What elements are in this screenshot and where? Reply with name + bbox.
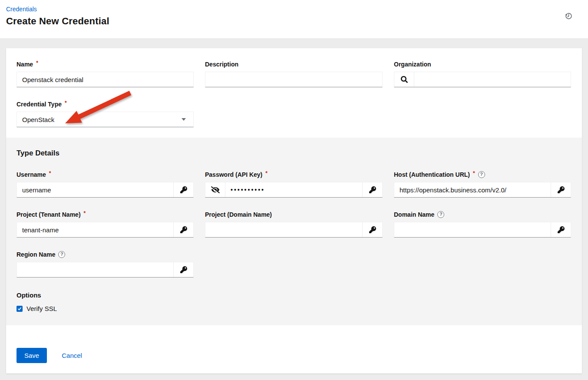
credential-type-select[interactable]: OpenStack	[17, 112, 194, 127]
project-tenant-label: Project (Tenant Name) *	[17, 211, 194, 218]
password-field: Password (API Key) *	[205, 171, 383, 198]
required-asterisk: *	[65, 100, 67, 106]
organization-field: Organization	[394, 60, 571, 87]
host-field: Host (Authentication URL) * ?	[394, 171, 571, 198]
required-asterisk: *	[49, 171, 51, 176]
search-icon	[401, 76, 408, 83]
password-visibility-toggle[interactable]	[205, 182, 225, 197]
username-key-button[interactable]	[173, 182, 193, 197]
help-icon[interactable]: ?	[437, 211, 444, 218]
cancel-button[interactable]: Cancel	[62, 352, 82, 359]
history-icon	[564, 11, 573, 20]
project-tenant-field: Project (Tenant Name) *	[17, 211, 194, 238]
project-domain-field: Project (Domain Name)	[205, 211, 383, 238]
username-input[interactable]	[17, 182, 173, 197]
project-domain-input[interactable]	[205, 222, 362, 237]
organization-search-button[interactable]	[394, 72, 414, 87]
type-details-heading: Type Details	[17, 149, 571, 158]
project-domain-label: Project (Domain Name)	[205, 211, 383, 218]
project-tenant-input[interactable]	[17, 222, 173, 237]
card-top-section: Name * Description Organization	[6, 48, 582, 138]
password-input[interactable]	[225, 182, 362, 197]
domain-name-label: Domain Name ?	[394, 211, 571, 218]
key-icon	[558, 186, 565, 193]
credential-type-selected-value: OpenStack	[22, 116, 54, 123]
verify-ssl-label: Verify SSL	[26, 305, 57, 312]
password-key-button[interactable]	[362, 182, 382, 197]
name-field: Name *	[17, 60, 194, 87]
key-icon	[180, 266, 187, 273]
help-icon[interactable]: ?	[478, 171, 485, 178]
key-icon	[369, 226, 376, 233]
type-details-section: Type Details Username *	[6, 138, 582, 325]
page-title: Create New Credential	[6, 16, 582, 27]
verify-ssl-checkbox[interactable]	[17, 306, 23, 312]
required-asterisk: *	[84, 211, 86, 216]
description-field: Description	[205, 60, 383, 87]
project-tenant-key-button[interactable]	[173, 222, 193, 237]
save-button[interactable]: Save	[17, 348, 47, 363]
required-asterisk: *	[36, 60, 38, 66]
key-icon	[558, 226, 565, 233]
key-icon	[180, 186, 187, 193]
description-label: Description	[205, 60, 383, 68]
domain-name-key-button[interactable]	[551, 222, 571, 237]
region-name-key-button[interactable]	[173, 262, 193, 277]
host-label: Host (Authentication URL) * ?	[394, 171, 571, 178]
check-icon	[17, 307, 22, 311]
region-name-field: Region Name ?	[17, 251, 194, 278]
verify-ssl-row: Verify SSL	[17, 305, 571, 312]
region-name-label: Region Name ?	[17, 251, 194, 258]
host-key-button[interactable]	[551, 182, 571, 197]
project-domain-key-button[interactable]	[362, 222, 382, 237]
password-label: Password (API Key) *	[205, 171, 383, 178]
required-asterisk: *	[473, 171, 475, 176]
credential-type-label: Credential Type *	[17, 100, 571, 108]
options-group: Options Verify SSL	[17, 291, 571, 312]
credential-type-field: Credential Type * OpenStack	[17, 100, 571, 127]
required-asterisk: *	[265, 171, 268, 176]
organization-input[interactable]	[414, 72, 571, 87]
eye-slash-icon	[211, 186, 220, 193]
region-name-input[interactable]	[17, 262, 173, 277]
domain-name-input[interactable]	[394, 222, 551, 237]
name-label: Name *	[17, 60, 194, 68]
host-input[interactable]	[394, 182, 551, 197]
form-actions: Save Cancel	[6, 325, 582, 373]
name-input[interactable]	[17, 72, 193, 87]
breadcrumb-credentials-link[interactable]: Credentials	[6, 6, 37, 13]
username-label: Username *	[17, 171, 194, 178]
options-heading: Options	[17, 291, 571, 299]
username-field: Username *	[17, 171, 194, 198]
caret-down-icon	[182, 118, 186, 121]
history-button[interactable]	[563, 10, 574, 23]
domain-name-field: Domain Name ?	[394, 211, 571, 238]
key-icon	[180, 226, 187, 233]
credential-form-card: Name * Description Organization	[6, 48, 582, 373]
description-input[interactable]	[205, 72, 382, 87]
key-icon	[369, 186, 376, 193]
page-header: Credentials Create New Credential	[0, 0, 588, 38]
help-icon[interactable]: ?	[58, 251, 65, 258]
organization-label: Organization	[394, 60, 571, 68]
